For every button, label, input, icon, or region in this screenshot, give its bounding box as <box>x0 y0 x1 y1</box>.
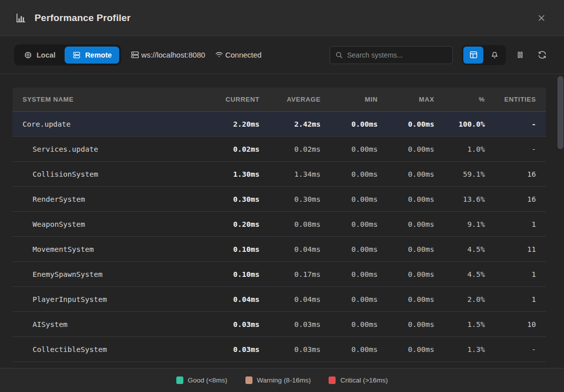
table-row[interactable]: WeaponSystem 0.20ms 0.08ms 0.00ms 0.00ms… <box>13 212 546 237</box>
entities-cell: - <box>486 345 546 353</box>
percent-cell: 4.5% <box>435 270 486 278</box>
min-cell: 0.00ms <box>322 270 379 278</box>
table-row[interactable]: RenderSystem 0.30ms 0.30ms 0.00ms 0.00ms… <box>13 187 546 212</box>
critical-label: Critical (>16ms) <box>340 376 388 384</box>
col-average: AVERAGE <box>260 96 322 103</box>
cpu-icon <box>24 51 33 60</box>
table-row[interactable]: MovementSystem 0.10ms 0.04ms 0.00ms 0.00… <box>13 237 546 262</box>
table-row[interactable]: CollisionSystem 1.30ms 1.34ms 0.00ms 0.0… <box>13 162 546 187</box>
alerts-button[interactable] <box>484 47 504 64</box>
entities-cell: 1 <box>486 220 546 228</box>
legend-item-critical: Critical (>16ms) <box>329 376 388 384</box>
current-cell: 0.04ms <box>204 295 260 303</box>
average-cell: 0.04ms <box>260 245 322 253</box>
percent-cell: 1.5% <box>435 320 486 328</box>
critical-swatch <box>329 376 336 384</box>
system-name-cell: MovementSystem <box>13 245 204 253</box>
connection-url-text: ws://localhost:8080 <box>141 51 205 59</box>
entities-cell: 10 <box>486 320 546 328</box>
source-toggle: Local Remote <box>14 45 121 66</box>
pause-button[interactable] <box>512 47 528 63</box>
current-cell: 1.30ms <box>204 170 260 178</box>
min-cell: 0.00ms <box>322 345 379 353</box>
scrollbar-track <box>557 75 563 367</box>
entities-cell: 11 <box>486 245 546 253</box>
bell-icon <box>490 50 499 60</box>
table-row[interactable]: PlayerInputSystem 0.04ms 0.04ms 0.00ms 0… <box>13 287 546 312</box>
close-button[interactable] <box>534 11 549 26</box>
percent-cell: 9.1% <box>435 220 486 228</box>
entities-cell: - <box>486 145 546 153</box>
remote-label: Remote <box>85 51 112 59</box>
wifi-icon <box>214 50 224 60</box>
percent-cell: 100.0% <box>435 120 486 128</box>
current-cell: 0.10ms <box>204 270 260 278</box>
table-row[interactable]: Services.update 0.02ms 0.02ms 0.00ms 0.0… <box>13 137 546 162</box>
table-view-icon <box>469 50 478 60</box>
search-input[interactable] <box>347 51 447 59</box>
entities-cell: - <box>486 120 546 128</box>
table-row[interactable]: EnemySpawnSystem 0.10ms 0.17ms 0.00ms 0.… <box>13 262 546 287</box>
max-cell: 0.00ms <box>379 295 435 303</box>
percent-cell: 1.0% <box>435 145 486 153</box>
system-name-cell: RenderSystem <box>13 195 204 203</box>
server-icon <box>130 50 140 60</box>
min-cell: 0.00ms <box>322 320 379 328</box>
col-system-name: SYSTEM NAME <box>13 96 204 103</box>
max-cell: 0.00ms <box>379 145 435 153</box>
system-name-cell: EnemySpawnSystem <box>13 270 204 278</box>
average-cell: 0.17ms <box>260 270 322 278</box>
titlebar: Performance Profiler <box>0 0 564 36</box>
current-cell: 0.20ms <box>204 220 260 228</box>
entities-cell: 16 <box>486 195 546 203</box>
page-title: Performance Profiler <box>35 13 526 24</box>
system-name-cell: Services.update <box>13 145 204 153</box>
legend-footer: Good (<8ms) Warning (8-16ms) Critical (>… <box>0 368 564 392</box>
average-cell: 0.02ms <box>260 145 322 153</box>
min-cell: 0.00ms <box>322 295 379 303</box>
col-max: MAX <box>379 96 435 103</box>
table-view-button[interactable] <box>463 47 483 64</box>
table-body: Core.update 2.20ms 2.42ms 0.00ms 0.00ms … <box>13 112 546 362</box>
current-cell: 0.30ms <box>204 195 260 203</box>
warning-label: Warning (8-16ms) <box>257 376 311 384</box>
connection-url: ws://localhost:8080 <box>130 50 205 60</box>
toolbar: Local Remote ws://localhost:808 <box>0 36 564 74</box>
table-row[interactable]: Core.update 2.20ms 2.42ms 0.00ms 0.00ms … <box>13 112 546 137</box>
current-cell: 0.03ms <box>204 345 260 353</box>
local-button[interactable]: Local <box>16 47 63 64</box>
scrollbar-thumb[interactable] <box>557 76 563 149</box>
connection-status-text: Connected <box>225 51 262 59</box>
legend-item-warning: Warning (8-16ms) <box>245 376 311 384</box>
current-cell: 0.10ms <box>204 245 260 253</box>
search-box <box>330 46 453 64</box>
system-name-cell: PlayerInputSystem <box>13 295 204 303</box>
table-row[interactable]: CollectibleSystem 0.03ms 0.03ms 0.00ms 0… <box>13 337 546 362</box>
toolbar-actions <box>462 45 550 65</box>
profiler-content: SYSTEM NAME CURRENT AVERAGE MIN MAX % EN… <box>0 74 564 362</box>
percent-cell: 59.1% <box>435 170 486 178</box>
local-label: Local <box>37 51 56 59</box>
min-cell: 0.00ms <box>322 245 379 253</box>
good-label: Good (<8ms) <box>188 376 227 384</box>
min-cell: 0.00ms <box>322 120 379 128</box>
col-entities: ENTITIES <box>486 96 546 103</box>
col-min: MIN <box>322 96 379 103</box>
percent-cell: 13.6% <box>435 195 486 203</box>
remote-button[interactable]: Remote <box>65 47 119 64</box>
percent-cell: 4.5% <box>435 245 486 253</box>
bar-chart-icon <box>15 12 27 24</box>
table-row[interactable]: AISystem 0.03ms 0.03ms 0.00ms 0.00ms 1.5… <box>13 312 546 337</box>
system-name-cell: WeaponSystem <box>13 220 204 228</box>
average-cell: 0.30ms <box>260 195 322 203</box>
min-cell: 0.00ms <box>322 145 379 153</box>
percent-cell: 1.3% <box>435 345 486 353</box>
view-toggle-group <box>462 45 506 65</box>
system-name-cell: CollisionSystem <box>13 170 204 178</box>
entities-cell: 1 <box>486 270 546 278</box>
refresh-button[interactable] <box>534 47 550 63</box>
max-cell: 0.00ms <box>379 120 435 128</box>
max-cell: 0.00ms <box>379 270 435 278</box>
table-header: SYSTEM NAME CURRENT AVERAGE MIN MAX % EN… <box>13 88 546 112</box>
average-cell: 1.34ms <box>260 170 322 178</box>
